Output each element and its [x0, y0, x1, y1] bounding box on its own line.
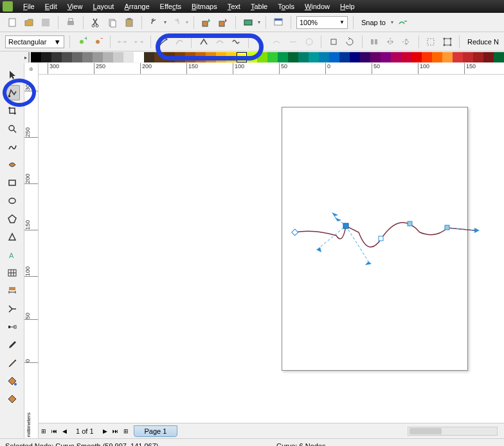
to-curve-button[interactable] [172, 35, 186, 49]
color-swatch[interactable] [360, 52, 370, 62]
snap-options-button[interactable] [396, 15, 410, 30]
print-button[interactable] [64, 15, 78, 30]
color-swatch[interactable] [473, 52, 483, 62]
color-swatch[interactable] [257, 52, 267, 62]
menu-text[interactable]: Text [222, 3, 246, 10]
menu-arrange[interactable]: Arrange [119, 3, 154, 10]
eyedropper-tool[interactable] [4, 337, 20, 353]
interactive-fill-tool[interactable] [4, 391, 20, 407]
paste-button[interactable] [122, 15, 136, 30]
color-swatch[interactable] [247, 52, 257, 62]
polygon-tool[interactable] [4, 211, 20, 227]
cusp-node-button[interactable] [197, 35, 210, 49]
no-fill-swatch[interactable] [28, 52, 30, 62]
export-button[interactable] [216, 15, 230, 30]
color-swatch[interactable] [31, 52, 41, 62]
color-swatch[interactable] [411, 52, 422, 62]
color-swatch[interactable] [93, 52, 103, 62]
elastic-button[interactable] [424, 35, 438, 49]
rotate-button[interactable] [343, 35, 356, 49]
add-page-after-button[interactable]: ⊞ [121, 426, 131, 436]
new-button[interactable] [5, 15, 19, 30]
last-page-button[interactable]: ⏭ [111, 426, 121, 436]
color-swatch[interactable] [288, 52, 298, 62]
redo-button[interactable] [169, 15, 183, 30]
color-swatch[interactable] [483, 52, 494, 62]
shape-tool[interactable] [4, 85, 20, 100]
color-swatch[interactable] [123, 52, 134, 62]
extend-curve-button[interactable] [270, 35, 284, 49]
break-nodes-button[interactable] [132, 35, 145, 49]
color-swatch[interactable] [453, 52, 463, 62]
color-swatch[interactable] [370, 52, 381, 62]
align-button[interactable] [367, 35, 381, 49]
join-nodes-button[interactable] [116, 35, 129, 49]
add-node-button[interactable]: + [75, 35, 89, 49]
color-swatch[interactable] [41, 52, 51, 62]
canvas[interactable] [39, 75, 504, 423]
color-swatch[interactable] [226, 52, 237, 62]
fill-tool[interactable] [4, 373, 20, 389]
color-swatch[interactable] [381, 52, 391, 62]
color-swatch[interactable] [391, 52, 401, 62]
zoom-select[interactable]: 100% ▼ [296, 16, 348, 29]
color-swatch[interactable] [298, 52, 309, 62]
connector-tool[interactable] [4, 301, 20, 317]
welcome-button[interactable] [271, 15, 285, 30]
color-swatch[interactable] [267, 52, 278, 62]
app-launcher-button[interactable] [241, 15, 255, 30]
color-swatch[interactable] [185, 52, 195, 62]
color-swatch[interactable] [154, 52, 165, 62]
menu-table[interactable]: Table [246, 3, 273, 10]
freehand-tool[interactable] [4, 139, 20, 154]
basic-shapes-tool[interactable] [4, 229, 20, 245]
page-tab[interactable]: Page 1 [134, 425, 178, 437]
color-swatch[interactable] [216, 52, 226, 62]
menu-bitmaps[interactable]: Bitmaps [186, 3, 222, 10]
color-swatch[interactable] [463, 52, 473, 62]
copy-button[interactable] [105, 15, 120, 30]
smart-fill-tool[interactable] [4, 157, 20, 172]
extract-button[interactable] [286, 35, 300, 49]
open-button[interactable] [22, 15, 36, 30]
menu-window[interactable]: Window [300, 3, 335, 10]
outline-tool[interactable] [4, 355, 20, 371]
color-swatch[interactable] [175, 52, 185, 62]
color-swatch[interactable] [494, 52, 504, 62]
color-swatch[interactable] [103, 52, 113, 62]
add-page-button[interactable]: ⊞ [39, 426, 49, 436]
reflect-h-button[interactable] [384, 35, 397, 49]
scrollbar-thumb[interactable] [410, 428, 442, 434]
cut-button[interactable] [89, 15, 103, 30]
color-swatch[interactable] [113, 52, 123, 62]
table-tool[interactable] [4, 265, 20, 281]
selection-mode-select[interactable]: Rectangular ▼ [5, 35, 64, 48]
color-swatch[interactable] [62, 52, 72, 62]
save-button[interactable] [39, 15, 53, 30]
select-all-button[interactable] [440, 35, 454, 49]
delete-node-button[interactable]: − [91, 35, 105, 49]
color-swatch[interactable] [51, 52, 62, 62]
menu-effects[interactable]: Effects [155, 3, 186, 10]
menu-file[interactable]: File [18, 3, 40, 10]
undo-button[interactable] [147, 15, 161, 30]
color-swatch[interactable] [195, 52, 206, 62]
color-swatch[interactable] [206, 52, 216, 62]
menu-view[interactable]: View [62, 3, 88, 10]
curve-object[interactable] [282, 107, 487, 371]
color-swatch[interactable] [278, 52, 288, 62]
ellipse-tool[interactable] [4, 193, 20, 209]
menu-edit[interactable]: Edit [40, 3, 62, 10]
crop-tool[interactable] [4, 103, 20, 118]
prev-page-button[interactable]: ◀ [59, 426, 69, 436]
color-swatch[interactable] [237, 52, 247, 62]
color-swatch[interactable] [442, 52, 453, 62]
close-curve-button[interactable] [302, 35, 316, 49]
color-swatch[interactable] [72, 52, 82, 62]
rectangle-tool[interactable] [4, 175, 20, 190]
palette-scroll-left[interactable]: ▸ [24, 53, 27, 61]
horizontal-scrollbar[interactable] [408, 427, 498, 436]
reflect-v-button[interactable] [400, 35, 413, 49]
first-page-button[interactable]: ⏮ [49, 426, 59, 436]
next-page-button[interactable]: ▶ [100, 426, 111, 436]
